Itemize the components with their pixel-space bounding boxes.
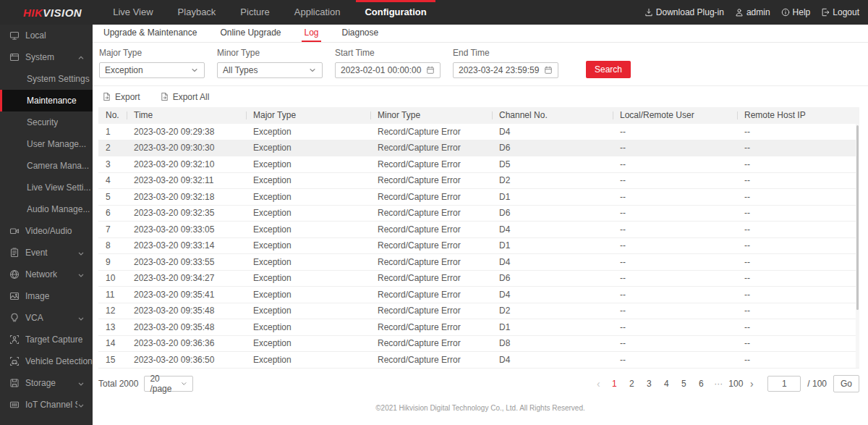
table-row[interactable]: 72023-03-20 09:33:05ExceptionRecord/Capt… [98, 222, 859, 238]
end-time-input[interactable]: 2023-03-24 23:59:59 [453, 62, 558, 78]
header-action-help[interactable]: Help [781, 7, 811, 17]
sidebar-item-vca[interactable]: VCA [0, 307, 93, 329]
sidebar-item-audio-manage[interactable]: Audio Manage... [0, 198, 93, 220]
table-row[interactable]: 12023-03-20 09:29:38ExceptionRecord/Capt… [98, 124, 859, 140]
sidebar-item-event[interactable]: Event [0, 242, 93, 264]
export-button[interactable]: Export [102, 92, 140, 102]
table-row[interactable]: 22023-03-20 09:30:30ExceptionRecord/Capt… [98, 140, 859, 157]
tab-log[interactable]: Log [302, 25, 320, 42]
sidebar-item-system-settings[interactable]: System Settings [0, 68, 93, 90]
search-button[interactable]: Search [586, 61, 631, 78]
table-scrollbar[interactable] [856, 124, 859, 368]
scrollbar-thumb[interactable] [856, 125, 859, 310]
tab-upgrade-maintenance[interactable]: Upgrade & Maintenance [101, 25, 199, 42]
table-cell: Record/Capture Error [370, 240, 492, 251]
page-size-value: 20 /page [150, 374, 179, 394]
page-button-2[interactable]: 2 [623, 376, 640, 392]
sidebar-item-label: Event [25, 248, 48, 258]
header-action-download-plug-in[interactable]: Download Plug-in [644, 7, 724, 17]
sidebar-item-iot-channel-set[interactable]: IoT Channel Set... [0, 394, 93, 416]
sidebar-item-live-view-setti[interactable]: Live View Setti... [0, 177, 93, 198]
start-time-field: Start Time 2023-02-01 00:00:00 [335, 48, 441, 78]
calendar-icon [544, 66, 553, 75]
table-row[interactable]: 152023-03-20 09:36:50ExceptionRecord/Cap… [98, 352, 859, 369]
minor-type-select[interactable]: All Types [217, 62, 323, 78]
table-row[interactable]: 112023-03-20 09:35:41ExceptionRecord/Cap… [98, 287, 859, 303]
table-row[interactable]: 42023-03-20 09:32:11ExceptionRecord/Capt… [98, 173, 859, 190]
sidebar-item-video-audio[interactable]: Video/Audio [0, 220, 93, 242]
page-button-100[interactable]: 100 [727, 376, 744, 392]
nav-picture[interactable]: Picture [228, 0, 281, 25]
tab-online-upgrade[interactable]: Online Upgrade [218, 25, 283, 42]
table-cell: D2 [492, 306, 613, 316]
page-button-5[interactable]: 5 [675, 376, 692, 392]
sidebar-item-local[interactable]: Local [0, 25, 93, 46]
major-type-label: Major Type [99, 48, 205, 59]
major-type-select[interactable]: Exception [99, 62, 205, 78]
nav-playback[interactable]: Playback [166, 0, 229, 25]
sidebar-item-storage[interactable]: Storage [0, 372, 93, 394]
header-action-admin[interactable]: admin [735, 7, 770, 17]
table-row[interactable]: 102023-03-20 09:34:27ExceptionRecord/Cap… [98, 271, 859, 287]
nav-application[interactable]: Application [282, 0, 353, 25]
table-cell: Exception [246, 224, 370, 235]
table-cell: 2023-03-20 09:32:11 [127, 175, 246, 185]
table-row[interactable]: 122023-03-20 09:35:48ExceptionRecord/Cap… [98, 303, 859, 320]
hikvision-config-app: HIKVISION Live ViewPlaybackPictureApplic… [0, 0, 868, 425]
next-page-button[interactable]: › [744, 376, 759, 392]
page-button-6[interactable]: 6 [692, 376, 710, 392]
chevron-up-icon [77, 54, 85, 61]
table-cell: D4 [492, 355, 613, 365]
column-header-minor-type: Minor Type [370, 107, 492, 124]
table-cell: D6 [492, 143, 613, 153]
log-table-body: 12023-03-20 09:29:38ExceptionRecord/Capt… [98, 124, 859, 369]
page-jump-input[interactable] [767, 376, 801, 392]
sidebar-item-network[interactable]: Network [0, 264, 93, 285]
target-capture-icon [9, 334, 20, 345]
sidebar-item-label: System [25, 52, 54, 62]
sidebar-item-security[interactable]: Security [0, 111, 93, 133]
sidebar-item-image[interactable]: Image [0, 285, 93, 307]
export-all-button[interactable]: Export All [160, 92, 210, 102]
sidebar-item-camera-mana[interactable]: Camera Mana... [0, 155, 93, 177]
table-cell: Record/Capture Error [370, 355, 492, 365]
page-button-4[interactable]: 4 [658, 376, 675, 392]
minor-type-field: Minor Type All Types [217, 48, 323, 78]
nav-live-view[interactable]: Live View [101, 0, 165, 25]
go-button[interactable]: Go [833, 375, 859, 392]
table-cell: -- [613, 208, 737, 218]
page-size-select[interactable]: 20 /page [144, 376, 193, 392]
nav-configuration[interactable]: Configuration [352, 0, 438, 25]
table-cell: D4 [492, 257, 613, 267]
table-cell: 2023-03-20 09:36:50 [127, 355, 246, 365]
start-time-input[interactable]: 2023-02-01 00:00:00 [335, 62, 441, 78]
page-button-3[interactable]: 3 [640, 376, 658, 392]
header-action-label: Download Plug-in [656, 7, 724, 17]
sidebar-item-maintenance[interactable]: Maintenance [0, 90, 93, 111]
table-cell: 8 [98, 240, 127, 251]
chevron-down-icon [77, 271, 85, 278]
table-cell: Record/Capture Error [370, 290, 492, 300]
tab-diagnose[interactable]: Diagnose [340, 25, 381, 42]
sidebar-item-target-capture[interactable]: Target Capture [0, 329, 93, 350]
start-time-value: 2023-02-01 00:00:00 [341, 65, 421, 75]
table-row[interactable]: 132023-03-20 09:35:48ExceptionRecord/Cap… [98, 319, 859, 336]
sidebar-item-system[interactable]: System [0, 46, 93, 68]
total-count-label: Total 2000 [98, 379, 138, 389]
table-row[interactable]: 92023-03-20 09:33:55ExceptionRecord/Capt… [98, 254, 859, 271]
table-row[interactable]: 52023-03-20 09:32:18ExceptionRecord/Capt… [98, 189, 859, 206]
page-button-1[interactable]: 1 [605, 376, 623, 392]
table-row[interactable]: 82023-03-20 09:33:14ExceptionRecord/Capt… [98, 238, 859, 255]
table-row[interactable]: 142023-03-20 09:36:36ExceptionRecord/Cap… [98, 336, 859, 353]
sidebar-item-vehicle-detection[interactable]: Vehicle Detection [0, 350, 93, 372]
sidebar-item-user-manage[interactable]: User Manage... [0, 133, 93, 155]
prev-page-button[interactable]: ‹ [591, 376, 605, 392]
table-cell: -- [737, 224, 859, 235]
header-action-logout[interactable]: Logout [821, 7, 859, 17]
table-row[interactable]: 62023-03-20 09:32:35ExceptionRecord/Capt… [98, 206, 859, 222]
table-row[interactable]: 32023-03-20 09:32:10ExceptionRecord/Capt… [98, 156, 859, 173]
table-cell: 12 [98, 306, 127, 316]
table-cell: -- [613, 240, 737, 251]
table-cell: Exception [246, 355, 370, 365]
network-icon [9, 269, 20, 279]
